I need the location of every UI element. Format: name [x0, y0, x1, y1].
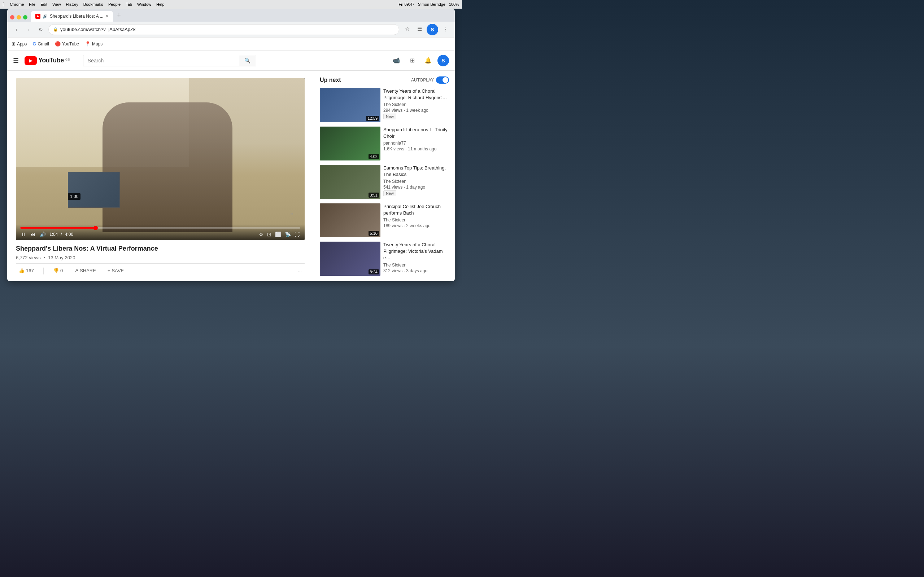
- sidebar-thumb-4: 5:10: [320, 203, 380, 238]
- search-input[interactable]: [83, 55, 239, 66]
- url-actions: ☆ ☰ S ⋮: [402, 24, 451, 35]
- youtube-page: ☰ YouTube GB 🔍 📹 ⊞ 🔔 S: [7, 50, 455, 281]
- reload-button[interactable]: ↻: [36, 25, 45, 34]
- sidebar-video-1[interactable]: 12:59 Twenty Years of a Choral Pilgrimag…: [320, 88, 449, 122]
- sidebar-thumb-2: 4:02: [320, 127, 380, 161]
- browser-window: 🔊 Sheppard's Libera Nos: A ... ✕ + ‹ › ↻…: [7, 9, 455, 281]
- cast-button[interactable]: 📡: [284, 231, 292, 238]
- history-menu[interactable]: History: [66, 2, 78, 6]
- autoplay-toggle[interactable]: AUTOPLAY: [411, 76, 449, 84]
- sidebar-video-3[interactable]: 3:51 Eamonns Top Tips: Breathing, The Ba…: [320, 165, 449, 199]
- new-tab-button[interactable]: +: [114, 10, 124, 20]
- thumbs-down-icon: 👎: [53, 268, 59, 273]
- bookmarks-menu[interactable]: Bookmarks: [83, 2, 103, 6]
- like-button[interactable]: 👍 167: [16, 266, 37, 275]
- autoplay-track[interactable]: [436, 76, 449, 84]
- next-button[interactable]: ⏭: [30, 231, 36, 238]
- theater-button[interactable]: ⬜: [274, 231, 282, 238]
- bookmarks-maps[interactable]: 📍 Maps: [85, 41, 102, 47]
- edit-menu[interactable]: Edit: [40, 2, 47, 6]
- save-button[interactable]: + SAVE: [105, 266, 127, 275]
- sidebar-channel-2: pannonia77: [383, 141, 449, 146]
- sidebar-meta-4: 189 views · 2 weeks ago: [383, 223, 449, 228]
- bookmarks-youtube[interactable]: 🔴 YouTube: [55, 41, 79, 47]
- youtube-content: 1:00 ⧉ ⏸ ⏭ 🔊 1:04 / 4:00: [7, 71, 455, 281]
- sidebar-video-5[interactable]: 8:24 Twenty Years of a Choral Pilgrimage…: [320, 242, 449, 276]
- url-bar: ‹ › ↻ 🔒 youtube.com/watch?v=jAbAtsaApZk …: [7, 22, 455, 37]
- tab-menu[interactable]: Tab: [126, 2, 132, 6]
- sidebar-title-3: Eamonns Top Tips: Breathing, The Basics: [383, 165, 449, 178]
- upload-video-button[interactable]: 📹: [390, 54, 403, 67]
- time-separator: /: [61, 232, 62, 237]
- menubar-time: Fri 09:47: [399, 2, 414, 6]
- tab-bar: 🔊 Sheppard's Libera Nos: A ... ✕ +: [7, 9, 455, 22]
- more-options-button[interactable]: ⋮: [440, 24, 451, 34]
- more-actions-button[interactable]: ···: [295, 266, 305, 275]
- apps-grid-button[interactable]: ⊞: [406, 54, 419, 67]
- youtube-profile-avatar[interactable]: S: [438, 55, 449, 66]
- view-count: 6,772 views: [16, 255, 41, 260]
- youtube-logo[interactable]: YouTube GB: [24, 56, 70, 65]
- upnext-title: Up next: [320, 77, 341, 83]
- apple-menu[interactable]: : [3, 2, 5, 7]
- bookmarks-apps[interactable]: ⊞ Apps: [11, 41, 27, 47]
- audio-indicator: 🔊: [43, 14, 48, 19]
- people-menu[interactable]: People: [108, 2, 121, 6]
- bookmark-page-button[interactable]: ☆: [402, 24, 412, 34]
- help-menu[interactable]: Help: [156, 2, 165, 6]
- video-person: [102, 102, 233, 232]
- video-controls: ⏸ ⏭ 🔊 1:04 / 4:00 ⚙ ⊡ ⬜ 📡 ⛶: [16, 224, 305, 240]
- main-video-section: 1:00 ⧉ ⏸ ⏭ 🔊 1:04 / 4:00: [7, 71, 314, 281]
- controls-row: ⏸ ⏭ 🔊 1:04 / 4:00 ⚙ ⊡ ⬜ 📡 ⛶: [20, 231, 300, 238]
- back-button[interactable]: ‹: [11, 25, 21, 34]
- settings-button[interactable]: ⚙: [258, 231, 264, 238]
- file-menu[interactable]: File: [29, 2, 36, 6]
- sidebar-thumb-3: 3:51: [320, 165, 380, 199]
- search-button[interactable]: 🔍: [239, 55, 256, 66]
- window-menu[interactable]: Window: [137, 2, 151, 6]
- tab-close-button[interactable]: ✕: [105, 14, 109, 19]
- sidebar-duration-2: 4:02: [368, 154, 379, 159]
- video-watermark: ⧉: [284, 208, 299, 221]
- close-window-button[interactable]: [10, 15, 15, 19]
- miniplayer-button[interactable]: ⊡: [267, 231, 272, 238]
- video-frame: 1:00 ⧉: [16, 78, 305, 240]
- url-input-wrap[interactable]: 🔒 youtube.com/watch?v=jAbAtsaApZk: [48, 24, 399, 35]
- hamburger-menu-button[interactable]: ☰: [13, 56, 19, 64]
- sidebar-video-4[interactable]: 5:10 Principal Cellist Joe Crouch perfor…: [320, 203, 449, 238]
- minimize-window-button[interactable]: [16, 15, 21, 19]
- time-preview-bubble: 1:00: [68, 193, 81, 200]
- video-player[interactable]: 1:00 ⧉ ⏸ ⏭ 🔊 1:04 / 4:00: [16, 78, 305, 240]
- active-tab[interactable]: 🔊 Sheppard's Libera Nos: A ... ✕: [31, 11, 113, 22]
- chrome-menu[interactable]: Chrome: [10, 2, 24, 6]
- youtube-header: ☰ YouTube GB 🔍 📹 ⊞ 🔔 S: [7, 50, 455, 71]
- sidebar-info-1: Twenty Years of a Choral Pilgrimage: Ric…: [383, 88, 449, 122]
- upnext-header: Up next AUTOPLAY: [320, 71, 449, 88]
- autoplay-thumb: [443, 77, 448, 83]
- forward-button[interactable]: ›: [24, 25, 33, 34]
- progress-bar[interactable]: [20, 227, 300, 229]
- fullscreen-window-button[interactable]: [23, 15, 27, 19]
- sidebar-badge-3: New: [383, 190, 396, 196]
- notifications-button[interactable]: 🔔: [422, 54, 435, 67]
- sidebar-meta-2: 1.6K views · 11 months ago: [383, 147, 449, 152]
- sidebar-info-4: Principal Cellist Joe Crouch performs Ba…: [383, 203, 449, 238]
- mute-button[interactable]: 🔊: [39, 231, 47, 238]
- pause-button[interactable]: ⏸: [20, 231, 27, 238]
- sidebar-duration-3: 3:51: [368, 193, 379, 198]
- sidebar-badge-1: New: [383, 114, 396, 119]
- sidebar-info-3: Eamonns Top Tips: Breathing, The Basics …: [383, 165, 449, 199]
- sidebar-video-2[interactable]: 4:02 Sheppard: Libera nos I - Trinity Ch…: [320, 127, 449, 161]
- media-queue-button[interactable]: ☰: [414, 24, 425, 34]
- menubar-user: Simon Berridge: [418, 2, 446, 6]
- chrome-profile-avatar[interactable]: S: [426, 24, 438, 35]
- sidebar-channel-5: The Sixteen: [383, 263, 449, 268]
- fullscreen-button[interactable]: ⛶: [294, 231, 300, 238]
- total-time: 4:00: [65, 232, 73, 237]
- view-menu[interactable]: View: [52, 2, 61, 6]
- youtube-logo-icon: [24, 56, 37, 65]
- bookmarks-gmail[interactable]: G Gmail: [32, 41, 49, 47]
- sidebar-info-5: Twenty Years of a Choral Pilgrimage: Vic…: [383, 242, 449, 276]
- share-button[interactable]: ↗ SHARE: [71, 266, 99, 275]
- dislike-button[interactable]: 👎 0: [50, 266, 66, 275]
